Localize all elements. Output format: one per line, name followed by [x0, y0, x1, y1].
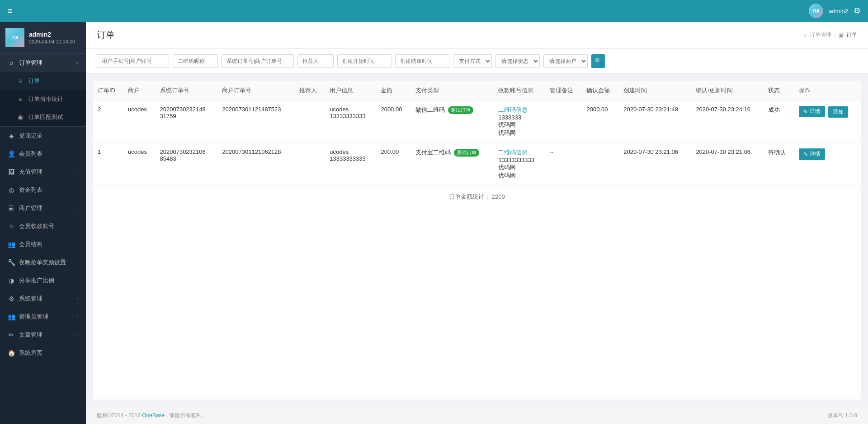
cell-action: ✎ 详情: [794, 143, 861, 186]
total-value: 2200: [492, 193, 505, 200]
col-admin-note: 管理备注: [545, 81, 582, 100]
top-header: ≡ iTA admin2 ⚙: [0, 0, 868, 22]
footer: 版权©2014 - 2016 OneBase . 保留所有权利。 版本号 1.0…: [86, 407, 868, 424]
sidebar-item-admin-management[interactable]: 👥 管理员管理 ›: [0, 308, 86, 326]
breadcrumb-separator: ›: [834, 32, 836, 38]
status-select[interactable]: 请选择状态 成功 待确认 失败: [495, 54, 540, 68]
page-title: 订单: [97, 29, 115, 41]
phone-input[interactable]: [97, 54, 169, 68]
cell-admin-note: --: [545, 143, 582, 186]
cell-merchant-order-no: 202007301121062128: [217, 143, 295, 186]
sidebar-item-order-match-test[interactable]: ◉ 订单匹配测试: [0, 108, 86, 126]
breadcrumb-management[interactable]: 订单管理: [810, 31, 831, 39]
col-status: 状态: [764, 81, 794, 100]
merchant-select[interactable]: 请选择商户: [543, 54, 588, 68]
col-updated-time: 确认/更新时间: [691, 81, 764, 100]
page-header: 订单 ○ 订单管理 › ▣ 订单: [86, 22, 868, 49]
cell-merchant: ucodes: [123, 143, 155, 186]
notify-button[interactable]: 通知: [828, 106, 848, 118]
start-time-input[interactable]: [337, 54, 392, 68]
recharge-icon: 🖼: [7, 168, 15, 176]
sidebar-item-member-list[interactable]: 👤 会员列表: [0, 145, 86, 163]
order-total: 订单金额统计： 2200: [93, 186, 861, 208]
sidebar-item-order-management[interactable]: ○ 订单管理 ∨: [0, 54, 86, 72]
member-list-icon: 👤: [7, 150, 15, 157]
chevron-right-icon4: ›: [77, 314, 79, 319]
col-merchant: 商户: [123, 81, 155, 100]
cell-admin-note: [545, 100, 582, 143]
match-icon: ◉: [16, 114, 24, 121]
chevron-right-icon2: ›: [77, 205, 79, 211]
cell-updated-time: 2020-07-30 23:24:16: [691, 100, 764, 143]
col-order-id: 订单ID: [93, 81, 123, 100]
filter-bar: 支付方式 微信 支付宝 请选择状态 成功 待确认 失败 请选择商户 🔍: [86, 49, 868, 74]
sidebar-item-member-collection[interactable]: ○ 会员收款账号: [0, 217, 86, 235]
cell-order-id: 2: [93, 100, 123, 143]
collection-info-link[interactable]: 二维码信息: [498, 106, 528, 113]
sidebar-item-merchant[interactable]: 🏛 商户管理 ›: [0, 199, 86, 217]
cell-updated-time: 2020-07-30 23:21:06: [691, 143, 764, 186]
sidebar-item-night-grab[interactable]: 🔧 夜晚抢单奖励设置: [0, 253, 86, 272]
sidebar-item-orders[interactable]: ≡ 订单: [0, 72, 86, 90]
cell-created-time: 2020-07-30 23:21:48: [619, 100, 691, 143]
col-action: 操作: [794, 81, 861, 100]
sidebar-item-share-ratio[interactable]: ◑ 分享推广比例: [0, 272, 86, 290]
cell-payment-type: 微信二维码 测试订单: [411, 100, 494, 143]
sidebar-username: admin2: [29, 31, 75, 38]
cell-confirmed-amount: 2000.00: [582, 100, 619, 143]
col-payment-type: 支付类型: [411, 81, 494, 100]
cell-created-time: 2020-07-30 23:21:06: [619, 143, 691, 186]
sidebar-user-info: admin2 2020-04-04 10:04:00: [29, 31, 75, 44]
table-header-row: 订单ID 商户 系统订单号 商户订单号 推荐人 用户信息 金额 支付类型 收款账…: [93, 81, 861, 100]
breadcrumb-current: 订单: [846, 31, 857, 39]
col-collection-info: 收款账号信息: [494, 81, 545, 100]
cell-amount: 200.00: [376, 143, 410, 186]
orders-table: 订单ID 商户 系统订单号 商户订单号 推荐人 用户信息 金额 支付类型 收款账…: [93, 81, 861, 186]
sidebar-item-system-home[interactable]: 🏠 系统首页: [0, 344, 86, 362]
onebase-link[interactable]: OneBase: [142, 412, 165, 419]
col-created-time: 创建时间: [619, 81, 691, 100]
cell-status: 成功: [764, 100, 794, 143]
cell-payment-type: 支付宝二维码 测试订单: [411, 143, 494, 186]
home-icon: 🏠: [7, 349, 15, 357]
sidebar-item-recharge[interactable]: 🖼 充值管理 ›: [0, 163, 86, 181]
hamburger-icon[interactable]: ≡: [7, 6, 13, 16]
chevron-right-icon5: ›: [77, 332, 79, 338]
settings-icon[interactable]: ⚙: [854, 6, 861, 16]
detail-button[interactable]: ✎ 详情: [799, 148, 825, 160]
end-time-input[interactable]: [395, 54, 449, 68]
sidebar-item-article-management[interactable]: ✏ 文章管理 ›: [0, 326, 86, 344]
header-avatar: iTA: [809, 4, 823, 18]
order-no-input[interactable]: [222, 54, 294, 68]
orders-icon: ≡: [16, 77, 24, 85]
cell-action: ✎ 详情 通知: [794, 100, 861, 143]
sidebar-item-order-province-stats[interactable]: ≡ 订单省市统计: [0, 90, 86, 108]
referrer-input[interactable]: [297, 54, 334, 68]
stats-icon: ≡: [16, 95, 24, 103]
table-row: 2 ucodes 2020073023214831759 20200730112…: [93, 100, 861, 143]
merchant-icon: 🏛: [7, 205, 15, 212]
detail-button[interactable]: ✎ 详情: [799, 106, 825, 117]
withdrawal-icon: ◈: [7, 132, 15, 139]
header-left: ≡: [7, 6, 13, 16]
search-button[interactable]: 🔍: [591, 54, 605, 68]
order-management-icon: ○: [7, 59, 15, 67]
cell-system-order-no: 2020073023210685483: [156, 143, 218, 186]
sidebar-item-system-management[interactable]: ⚙ 系统管理 ›: [0, 290, 86, 308]
version: 版本号 1.0.0: [827, 412, 857, 419]
sidebar-item-order-management-label: 订单管理: [19, 59, 71, 67]
cell-collection-info: 二维码信息 1333333优码网优码网: [494, 100, 545, 143]
qrcode-input[interactable]: [173, 54, 218, 68]
sidebar-item-funds[interactable]: ◎ 资金列表: [0, 181, 86, 199]
sidebar-item-member-structure[interactable]: 👥 会员结构: [0, 235, 86, 253]
edit-icon: ✎: [803, 109, 808, 115]
sidebar: iTA admin2 2020-04-04 10:04:00 ○ 订单管理 ∨ …: [0, 22, 86, 424]
test-order-badge: 测试订单: [448, 106, 473, 114]
sidebar-item-withdrawal[interactable]: ◈ 提现记录: [0, 127, 86, 145]
collection-info-link[interactable]: 二维码信息: [498, 149, 528, 156]
table-area: 订单ID 商户 系统订单号 商户订单号 推荐人 用户信息 金额 支付类型 收款账…: [93, 81, 861, 400]
payment-method-select[interactable]: 支付方式 微信 支付宝: [453, 54, 492, 68]
main-layout: iTA admin2 2020-04-04 10:04:00 ○ 订单管理 ∨ …: [0, 22, 868, 424]
col-system-order-no: 系统订单号: [156, 81, 218, 100]
table-row: 1 ucodes 2020073023210685483 20200730112…: [93, 143, 861, 186]
